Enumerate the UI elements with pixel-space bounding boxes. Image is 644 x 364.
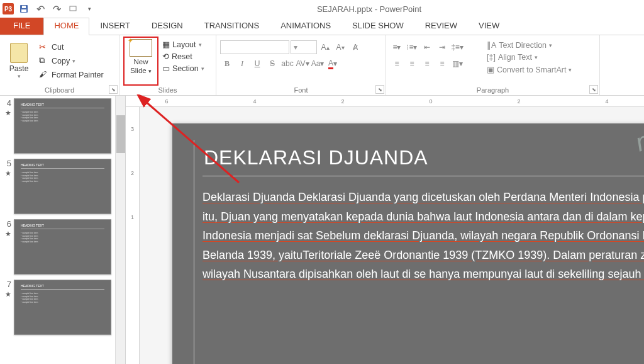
powerpoint-icon: P3: [3, 3, 14, 14]
group-slides: New Slide ▾ ▦Layout▾ ⟲Reset ▭Section▾ Sl…: [119, 35, 216, 95]
group-paragraph: ≡▾ ⁝≡▾ ⇤ ⇥ ‡≡▾ ≡ ≡ ≡ ≡ ▥▾ ‖AText Directi…: [386, 35, 600, 95]
align-center-button[interactable]: ≡: [405, 57, 419, 71]
reset-button[interactable]: ⟲Reset: [161, 51, 206, 62]
horizontal-ruler[interactable]: 642024: [126, 96, 644, 107]
align-right-button[interactable]: ≡: [420, 57, 434, 71]
slide-thumbnail[interactable]: 6★ HEADING TEXT• sample line item• sampl…: [3, 219, 123, 275]
svg-rect-1: [21, 9, 26, 12]
tab-design[interactable]: DESIGN: [141, 18, 194, 35]
tab-review[interactable]: REVIEW: [414, 18, 468, 35]
font-group-label: Font: [216, 86, 386, 94]
character-spacing-button[interactable]: AV▾: [296, 57, 309, 71]
layout-icon: ▦: [162, 40, 170, 49]
tab-home[interactable]: HOME: [43, 18, 89, 35]
save-button[interactable]: [16, 2, 31, 16]
align-text-button[interactable]: [‡]Align Text▾: [484, 52, 596, 63]
group-clipboard: Paste ▾ ✂Cut ⧉Copy▾ 🖌Format Painter Clip…: [0, 35, 119, 95]
italic-button[interactable]: I: [235, 57, 249, 71]
group-font: ▾ A▴ A▾ A̷ B I U S abc AV▾ Aa▾ A▾ Font ⬊: [216, 35, 386, 95]
slides-group-label: Slides: [119, 86, 216, 94]
tab-transitions[interactable]: TRANSITIONS: [194, 18, 270, 35]
increase-font-button[interactable]: A▴: [318, 40, 332, 54]
tab-view[interactable]: VIEW: [468, 18, 510, 35]
line-spacing-button[interactable]: ‡≡▾: [450, 40, 464, 54]
format-painter-button[interactable]: 🖌Format Painter: [36, 69, 106, 81]
new-slide-button[interactable]: New Slide ▾: [123, 37, 158, 86]
change-case-button[interactable]: Aa▾: [311, 57, 325, 71]
paragraph-launcher[interactable]: ⬊: [589, 85, 598, 94]
paste-icon: [10, 43, 28, 63]
redo-button[interactable]: ↷: [49, 2, 64, 16]
justify-button[interactable]: ≡: [435, 57, 449, 71]
canvas-area[interactable]: DEKLARASI DJUANDA Deklarasi Djuanda Dekl…: [140, 107, 644, 364]
smartart-icon: ▣: [487, 65, 494, 74]
ribbon: Paste ▾ ✂Cut ⧉Copy▾ 🖌Format Painter Clip…: [0, 35, 644, 96]
title-bar: P3 ↶ ↷ ▾ SEJARAH.pptx - PowerPoint: [0, 0, 644, 18]
paste-button[interactable]: Paste ▾: [4, 37, 34, 86]
undo-button[interactable]: ↶: [33, 2, 48, 16]
slide-canvas[interactable]: DEKLARASI DJUANDA Deklarasi Djuanda Dekl…: [172, 123, 644, 364]
scrollbar-thumb[interactable]: [116, 115, 125, 153]
workspace: 4★ HEADING TEXT• sample line item• sampl…: [0, 96, 644, 364]
reset-icon: ⟲: [162, 52, 169, 61]
text-direction-button[interactable]: ‖AText Direction▾: [484, 39, 596, 51]
increase-indent-button[interactable]: ⇥: [435, 40, 449, 54]
decrease-font-button[interactable]: A▾: [333, 40, 347, 54]
svg-rect-2: [22, 6, 26, 8]
tab-animations[interactable]: ANIMATIONS: [270, 18, 341, 35]
slide-thumbnail[interactable]: 5★ HEADING TEXT• sample line item• sampl…: [3, 159, 123, 214]
slide-thumbnail[interactable]: 7★ HEADING TEXT• sample line item• sampl…: [3, 280, 123, 335]
qat-customize-button[interactable]: ▾: [82, 2, 97, 16]
clipboard-launcher[interactable]: ⬊: [109, 85, 118, 94]
brush-icon: 🖌: [39, 70, 49, 80]
paragraph-group-label: Paragraph: [386, 86, 599, 94]
text-direction-icon: ‖A: [487, 40, 496, 50]
font-name-combo[interactable]: [220, 40, 289, 54]
start-from-beginning-button[interactable]: [65, 2, 80, 16]
slide-body-text[interactable]: Deklarasi Djuanda Deklarasi Djuanda yang…: [203, 188, 644, 284]
columns-button[interactable]: ▥▾: [450, 57, 464, 71]
slide-editor: 642024 321 DEKLARASI DJUANDA Deklarasi D…: [126, 96, 644, 364]
align-left-button[interactable]: ≡: [390, 57, 404, 71]
slide-title[interactable]: DEKLARASI DJUANDA: [203, 146, 644, 176]
section-icon: ▭: [162, 64, 170, 73]
tab-insert[interactable]: INSERT: [89, 18, 140, 35]
new-slide-icon: [130, 39, 152, 57]
underline-button[interactable]: U: [250, 57, 264, 71]
copy-icon: ⧉: [39, 56, 49, 66]
align-text-icon: [‡]: [487, 53, 496, 62]
font-launcher[interactable]: ⬊: [375, 85, 384, 94]
layout-button[interactable]: ▦Layout▾: [161, 39, 206, 50]
paste-label: Paste: [9, 64, 29, 73]
section-button[interactable]: ▭Section▾: [161, 63, 206, 74]
convert-smartart-button[interactable]: ▣Convert to SmartArt▾: [484, 64, 596, 76]
clear-formatting-button[interactable]: A̷: [348, 40, 362, 54]
numbering-button[interactable]: ⁝≡▾: [405, 40, 419, 54]
tab-file[interactable]: FILE: [0, 18, 43, 35]
text-shadow-button[interactable]: abc: [280, 57, 294, 71]
thumbnails-scrollbar[interactable]: [115, 96, 125, 364]
decrease-indent-button[interactable]: ⇤: [420, 40, 434, 54]
cut-button[interactable]: ✂Cut: [36, 41, 106, 54]
clipboard-group-label: Clipboard: [0, 86, 119, 94]
slide-thumbnail[interactable]: 4★ HEADING TEXT• sample line item• sampl…: [3, 98, 123, 154]
window-title: SEJARAH.pptx - PowerPoint: [97, 4, 641, 14]
bold-button[interactable]: B: [220, 57, 234, 71]
vertical-ruler[interactable]: 321: [126, 107, 140, 364]
bullets-button[interactable]: ≡▾: [390, 40, 404, 54]
svg-rect-3: [70, 6, 76, 11]
font-size-combo[interactable]: ▾: [291, 40, 317, 54]
font-color-button[interactable]: A▾: [326, 57, 340, 71]
strikethrough-button[interactable]: S: [265, 57, 279, 71]
tab-slideshow[interactable]: SLIDE SHOW: [341, 18, 414, 35]
ribbon-tabs: FILE HOME INSERT DESIGN TRANSITIONS ANIM…: [0, 18, 644, 35]
copy-button[interactable]: ⧉Copy▾: [36, 55, 106, 67]
slide-thumbnails-panel: 4★ HEADING TEXT• sample line item• sampl…: [0, 96, 126, 364]
scissors-icon: ✂: [39, 42, 49, 52]
quick-access-toolbar: ↶ ↷ ▾: [16, 2, 97, 16]
